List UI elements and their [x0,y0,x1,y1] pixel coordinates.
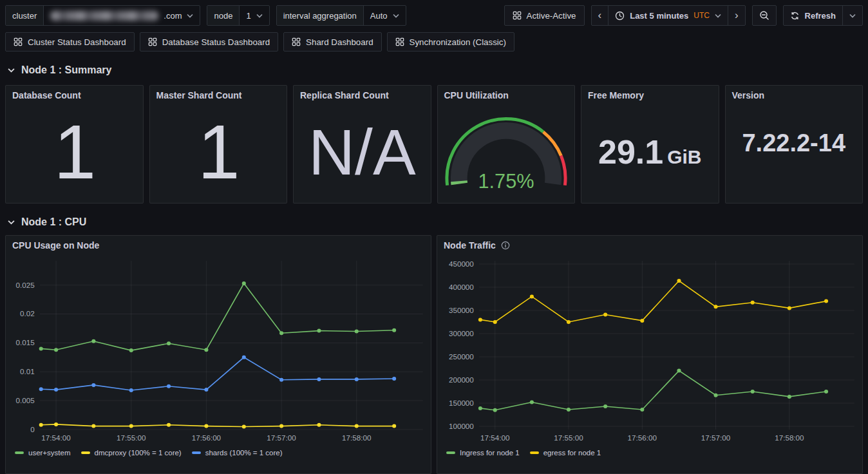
panel-title[interactable]: Master Shard Count [150,86,287,100]
section-title: Node 1 : CPU [21,216,86,228]
chevron-right-icon: › [735,10,739,22]
version-value: 7.22.2-14 [742,129,845,174]
apps-icon [395,37,404,46]
panel-replica-shard-count: Replica Shard Count N/A [293,85,431,204]
svg-text:200000: 200000 [449,376,474,384]
chevron-down-icon [849,14,856,18]
svg-text:17:58:00: 17:58:00 [342,434,371,442]
chevron-down-icon [8,220,15,225]
interval-aggregation-select[interactable]: Auto [364,6,406,25]
cluster-variable-select[interactable]: .com [44,6,200,25]
svg-text:17:55:00: 17:55:00 [117,434,146,442]
svg-text:17:57:00: 17:57:00 [267,434,296,442]
cpu-panels-row: CPU Usage on Node 00.0050.010.0150.020.0… [5,235,863,474]
link-synchronization-classic[interactable]: Synchronization (Classic) [387,32,514,52]
refresh-interval-dropdown[interactable] [842,6,862,25]
svg-text:1.75%: 1.75% [478,170,534,193]
panel-title[interactable]: Version [726,86,863,100]
svg-text:17:54:00: 17:54:00 [41,434,70,442]
legend-item-dmcproxy[interactable]: dmcproxy (100% = 1 core) [81,449,182,457]
link-database-status-dashboard[interactable]: Database Status Dashboard [140,32,278,52]
legend-item-ingress[interactable]: Ingress for node 1 [446,449,520,457]
panel-title-text: Node Traffic [444,240,496,251]
zoom-out-button[interactable] [753,6,776,25]
zoom-out-group [752,5,777,26]
node-traffic-legend: Ingress for node 1 egress for node 1 [437,446,862,457]
svg-text:0.02: 0.02 [20,310,35,318]
apps-icon [14,37,23,46]
panel-node-traffic: Node Traffic 100000150000200000250000300… [437,235,863,474]
svg-text:350000: 350000 [449,307,474,314]
cluster-variable-label: cluster [6,6,44,25]
active-active-link-button[interactable]: Active-Active [504,5,585,26]
zoom-out-icon [759,10,769,21]
link-label: Cluster Status Dashboard [28,37,126,47]
refresh-button[interactable]: Refresh [784,6,842,25]
info-icon[interactable] [501,241,510,250]
panel-title[interactable]: CPU Utilization [438,86,575,100]
active-active-label: Active-Active [527,11,576,21]
svg-text:17:56:00: 17:56:00 [628,434,657,442]
svg-text:0.01: 0.01 [20,368,35,375]
apps-icon [148,37,157,46]
panel-title[interactable]: Replica Shard Count [294,86,431,100]
panel-title[interactable]: Free Memory [581,86,719,100]
top-toolbar: cluster .com node 1 interval aggregation… [5,5,863,26]
panel-title[interactable]: Node Traffic [437,236,862,251]
series-swatch [530,451,539,454]
time-shift-forward-button[interactable]: › [728,6,745,25]
toolbar-right: Active-Active ‹ Last 5 minutes UTC › [504,5,863,26]
series-swatch [15,451,24,454]
clock-icon [615,11,625,21]
node-traffic-chart[interactable]: 1000001500002000002500003000003500004000… [437,253,862,446]
chevron-down-icon [715,14,721,18]
svg-text:0: 0 [30,426,35,433]
panel-free-memory: Free Memory 29.1 GiB [581,85,719,204]
time-shift-back-button[interactable]: ‹ [592,6,609,25]
legend-label: dmcproxy (100% = 1 core) [95,449,182,457]
svg-text:150000: 150000 [449,399,474,407]
refresh-controls: Refresh [783,5,863,26]
legend-label: egress for node 1 [543,449,601,457]
replica-shard-count-value: N/A [308,120,416,184]
node-variable: node 1 [207,5,269,26]
refresh-label: Refresh [805,11,836,21]
link-cluster-status-dashboard[interactable]: Cluster Status Dashboard [5,32,135,52]
interval-aggregation-label: interval aggregation [277,6,364,25]
node-variable-select[interactable]: 1 [240,6,269,25]
time-range-controls: ‹ Last 5 minutes UTC › [591,5,746,26]
panel-master-shard-count: Master Shard Count 1 [149,85,288,204]
svg-text:17:56:00: 17:56:00 [192,434,221,442]
node-variable-label: node [207,6,240,25]
section-node1-summary[interactable]: Node 1 : Summary [8,63,863,77]
apps-icon [292,37,301,46]
interval-aggregation-value: Auto [370,11,388,21]
cpu-usage-chart[interactable]: 00.0050.010.0150.020.02517:54:0017:55:00… [6,253,431,446]
summary-panels-row: Database Count 1 Master Shard Count 1 Re… [5,85,863,204]
legend-item-user-system[interactable]: user+system [15,449,71,457]
panel-title[interactable]: Database Count [6,86,143,100]
cpu-utilization-gauge: 1.75% [438,100,575,203]
link-label: Shard Dashboard [306,37,373,47]
cpu-usage-legend: user+system dmcproxy (100% = 1 core) sha… [6,446,431,457]
dashboard-links-row: Cluster Status Dashboard Database Status… [5,32,863,52]
series-swatch [192,451,201,454]
section-node1-cpu[interactable]: Node 1 : CPU [8,215,863,229]
link-shard-dashboard[interactable]: Shard Dashboard [283,32,381,52]
chevron-down-icon [256,14,263,18]
legend-item-shards[interactable]: shards (100% = 1 core) [192,449,283,457]
database-count-value: 1 [53,114,95,190]
timezone-label: UTC [693,11,710,20]
legend-item-egress[interactable]: egress for node 1 [530,449,601,457]
series-swatch [81,451,90,454]
panel-cpu-usage-on-node: CPU Usage on Node 00.0050.010.0150.020.0… [5,235,431,474]
svg-text:250000: 250000 [449,353,474,361]
refresh-icon [790,11,800,21]
svg-text:100000: 100000 [449,422,474,430]
panel-title[interactable]: CPU Usage on Node [6,236,431,251]
panel-cpu-utilization: CPU Utilization 1.75% [437,85,576,204]
time-range-picker-button[interactable]: Last 5 minutes UTC [608,6,728,25]
time-range-label: Last 5 minutes [630,11,688,21]
svg-text:17:55:00: 17:55:00 [554,434,583,442]
svg-text:400000: 400000 [449,283,474,291]
